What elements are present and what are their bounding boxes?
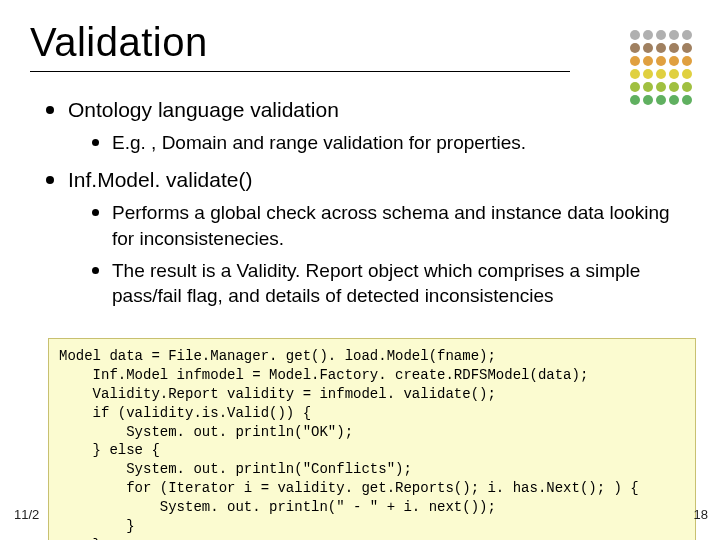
bullet-text: Ontology language validation — [68, 98, 339, 121]
footer-date: 11/2 — [14, 507, 39, 522]
dot-icon — [643, 69, 653, 79]
sub-bullet-text: E.g. , Domain and range validation for p… — [112, 132, 526, 153]
dot-icon — [682, 56, 692, 66]
sub-bullet-text: Performs a global check across schema an… — [112, 202, 670, 249]
dot-icon — [643, 43, 653, 53]
dot-icon — [656, 82, 666, 92]
dot-icon — [630, 43, 640, 53]
sub-bullet-item: The result is a Validity. Report object … — [88, 258, 690, 309]
code-block: Model data = File.Manager. get(). load.M… — [48, 338, 696, 540]
dot-icon — [656, 43, 666, 53]
title-underline — [30, 71, 570, 72]
dot-icon — [656, 56, 666, 66]
dot-icon — [656, 30, 666, 40]
dot-icon — [656, 69, 666, 79]
dot-icon — [643, 82, 653, 92]
dot-icon — [630, 30, 640, 40]
dot-icon — [643, 30, 653, 40]
dot-icon — [682, 69, 692, 79]
dot-icon — [643, 56, 653, 66]
dot-icon — [630, 69, 640, 79]
slide-title: Validation — [30, 20, 690, 65]
decorative-dots — [630, 30, 692, 105]
dot-icon — [669, 56, 679, 66]
dot-icon — [630, 56, 640, 66]
bullet-list: Ontology language validation E.g. , Doma… — [40, 96, 690, 309]
dot-icon — [669, 82, 679, 92]
dot-icon — [682, 43, 692, 53]
sub-bullet-item: Performs a global check across schema an… — [88, 200, 690, 251]
dot-icon — [682, 30, 692, 40]
sub-bullet-list: Performs a global check across schema an… — [88, 200, 690, 309]
sub-bullet-text: The result is a Validity. Report object … — [112, 260, 640, 307]
dot-icon — [630, 82, 640, 92]
bullet-text: Inf.Model. validate() — [68, 168, 252, 191]
dot-icon — [669, 69, 679, 79]
dot-icon — [669, 30, 679, 40]
sub-bullet-list: E.g. , Domain and range validation for p… — [88, 130, 690, 156]
sub-bullet-item: E.g. , Domain and range validation for p… — [88, 130, 690, 156]
slide-number: 18 — [694, 507, 708, 522]
dot-icon — [682, 82, 692, 92]
bullet-item: Inf.Model. validate() Performs a global … — [40, 166, 690, 309]
bullet-item: Ontology language validation E.g. , Doma… — [40, 96, 690, 156]
dot-icon — [669, 43, 679, 53]
slide: Validation Ontology language validation … — [0, 0, 720, 540]
